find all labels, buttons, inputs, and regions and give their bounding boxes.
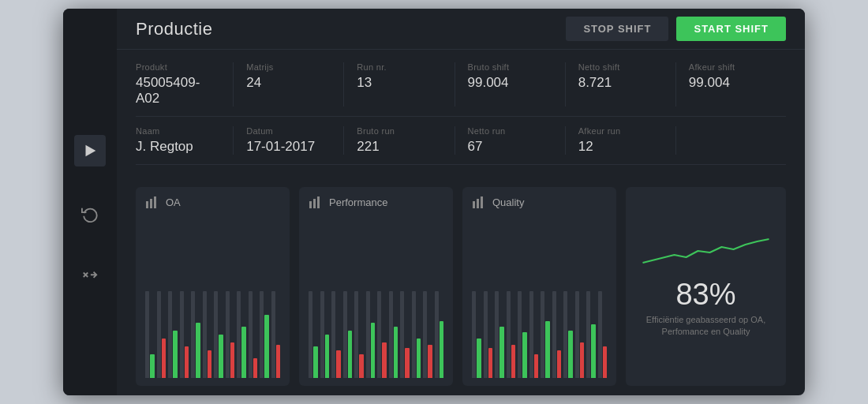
bar-group: [343, 291, 353, 378]
bar-group: [145, 291, 155, 378]
bar-group: [563, 291, 573, 378]
bar-chart-quality-icon: [472, 195, 486, 209]
svg-rect-7: [473, 201, 475, 208]
bar-value: [534, 354, 538, 378]
bar-background: [598, 291, 602, 378]
summary-line-chart: [638, 235, 773, 275]
info-section: Produkt 45005409-A02 Matrijs 24 Run nr. …: [117, 50, 805, 181]
bar-value: [522, 332, 526, 378]
bar-background: [366, 291, 370, 378]
sidebar-play-button[interactable]: [74, 135, 106, 166]
bar-group: [495, 291, 504, 378]
netto-shift-value: 8.721: [578, 75, 663, 91]
bar-group: [180, 291, 189, 378]
info-row-1: Produkt 45005409-A02 Matrijs 24 Run nr. …: [136, 62, 786, 117]
sidebar-vx-button[interactable]: [74, 261, 106, 293]
bar-background: [157, 291, 161, 378]
sidebar-refresh-button[interactable]: [74, 198, 106, 230]
start-shift-button[interactable]: START SHIFT: [676, 17, 786, 41]
bruto-shift-value: 99.004: [468, 75, 552, 91]
bar-background: [507, 291, 511, 378]
bar-value: [382, 342, 386, 378]
netto-shift-label: Netto shift: [578, 62, 663, 72]
bar-background: [309, 291, 312, 378]
run-nr-value: 13: [357, 75, 441, 91]
run-nr-label: Run nr.: [357, 62, 441, 72]
netto-run-value: 67: [468, 139, 552, 155]
quality-chart-body: [472, 215, 607, 378]
bar-background: [354, 291, 358, 378]
bar-background: [377, 291, 381, 378]
bar-group: [586, 291, 596, 378]
bar-chart-perf-icon: [309, 195, 323, 209]
bar-group: [331, 291, 341, 378]
bar-background: [320, 291, 324, 378]
bar-value: [208, 350, 211, 378]
bar-group: [423, 291, 432, 378]
bruto-run-label: Bruto run: [357, 126, 441, 136]
bar-background: [168, 291, 172, 378]
bar-value: [488, 348, 492, 378]
produkt-value: 45005409-A02: [136, 75, 220, 107]
bar-group: [168, 291, 178, 378]
bruto-run-value: 221: [357, 139, 441, 155]
bar-value: [603, 346, 607, 378]
svg-rect-1: [146, 201, 148, 208]
bar-background: [400, 291, 404, 378]
bar-value: [477, 339, 481, 378]
bar-group: [435, 291, 444, 378]
bruto-run-cell: Bruto run 221: [357, 126, 455, 155]
afkeur-run-label: Afkeur run: [578, 126, 663, 136]
content-area: Productie STOP SHIFT START SHIFT Produkt…: [117, 9, 805, 395]
oa-chart-header: OA: [145, 195, 280, 209]
bar-value: [313, 346, 317, 378]
bar-group: [354, 291, 364, 378]
bar-background: [435, 291, 439, 378]
matrijs-label: Matrijs: [246, 62, 331, 72]
bar-value: [325, 335, 329, 378]
afkeur-shift-value: 99.004: [689, 75, 773, 91]
bar-group: [518, 291, 527, 378]
bar-value: [241, 327, 245, 378]
bar-group: [507, 291, 516, 378]
bar-value: [591, 324, 595, 378]
svg-rect-3: [154, 196, 156, 208]
bar-group: [271, 291, 281, 378]
bar-group: [377, 291, 387, 378]
header: Productie STOP SHIFT START SHIFT: [117, 9, 805, 50]
bar-value: [405, 348, 409, 378]
run-nr-cell: Run nr. 13: [357, 62, 455, 107]
bar-background: [412, 291, 416, 378]
bruto-shift-cell: Bruto shift 99.004: [468, 62, 566, 107]
bar-value: [336, 350, 340, 378]
stop-shift-button[interactable]: STOP SHIFT: [566, 17, 668, 41]
bar-background: [191, 291, 195, 378]
bar-value: [580, 342, 584, 378]
bar-group: [214, 291, 223, 378]
performance-chart-header: Performance: [309, 195, 443, 209]
bar-group: [552, 291, 562, 378]
bar-background: [343, 291, 347, 378]
bar-value: [276, 345, 280, 378]
bar-group: [472, 291, 481, 378]
bar-background: [518, 291, 522, 378]
bar-background: [552, 291, 556, 378]
bar-group: [203, 291, 212, 378]
bar-group: [366, 291, 376, 378]
bar-background: [260, 291, 264, 378]
bar-background: [541, 291, 544, 378]
bar-value: [162, 339, 166, 378]
bar-value: [185, 346, 189, 378]
bar-chart-icon: [145, 195, 159, 209]
bar-background: [423, 291, 427, 378]
info-row-2: Naam J. Regtop Datum 17-01-2017 Bruto ru…: [136, 126, 786, 165]
naam-cell: Naam J. Regtop: [136, 126, 234, 155]
datum-cell: Datum 17-01-2017: [246, 126, 344, 155]
bar-background: [484, 291, 488, 378]
svg-rect-5: [313, 199, 316, 208]
bar-background: [586, 291, 590, 378]
oa-chart-title: OA: [166, 196, 181, 208]
bar-group: [309, 291, 318, 378]
bar-background: [563, 291, 567, 378]
datum-label: Datum: [246, 126, 331, 136]
